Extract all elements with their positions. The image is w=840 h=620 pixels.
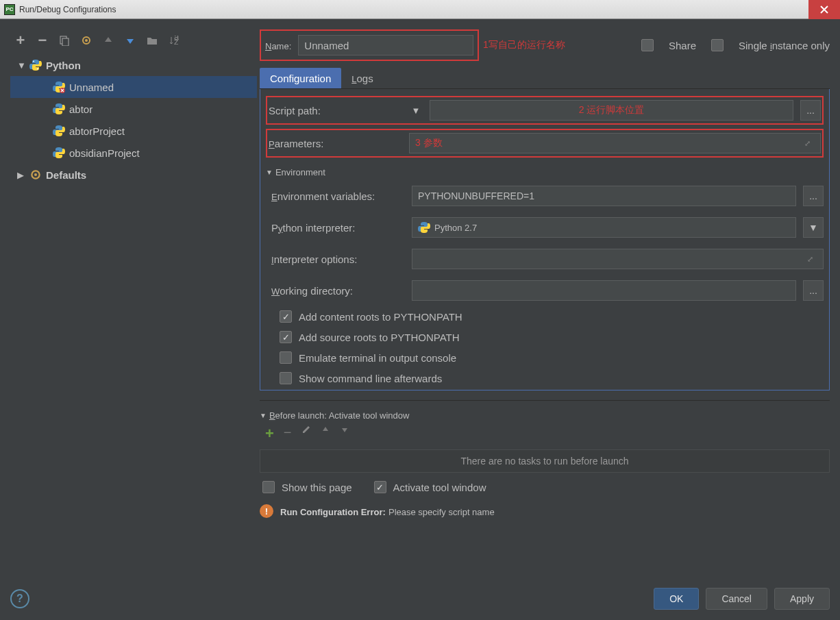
browse-button[interactable]: ... (800, 100, 821, 121)
add-icon[interactable]: + (14, 34, 27, 47)
source-roots-checkbox[interactable] (280, 331, 292, 343)
python-icon (418, 221, 430, 234)
svg-text:z: z (174, 36, 179, 45)
config-tree: ▼ Python Unnamed abtor abtorProject obsi… (10, 51, 257, 572)
expand-icon[interactable]: ⤢ (804, 139, 815, 148)
python-icon (53, 125, 65, 137)
emulate-terminal-label: Emulate terminal in output console (299, 352, 456, 364)
share-label: Share (669, 40, 696, 51)
settings-icon[interactable] (80, 34, 92, 47)
svg-point-10 (34, 173, 37, 176)
show-cmdline-label: Show command line afterwards (299, 373, 442, 384)
interpreter-select[interactable]: Python 2.7 (412, 217, 796, 238)
content-roots-checkbox[interactable] (280, 310, 292, 323)
svg-point-6 (33, 61, 34, 62)
activate-window-checkbox[interactable] (374, 481, 386, 493)
copy-icon[interactable] (58, 34, 71, 47)
edit-task-icon[interactable] (301, 425, 311, 443)
tree-label: obsidianProject (69, 147, 140, 159)
annotation-3: 3 参数 (415, 137, 443, 149)
tree-item-unnamed[interactable]: Unnamed (10, 76, 257, 98)
python-icon (29, 59, 42, 71)
interpreter-dropdown[interactable]: ▼ (803, 217, 824, 238)
tasks-empty-message: There are no tasks to run before launch (260, 449, 830, 473)
title-bar: PC Run/Debug Configurations (0, 0, 840, 19)
expand-icon[interactable]: ⤢ (807, 255, 817, 264)
remove-icon[interactable]: − (36, 34, 49, 47)
apply-button[interactable]: Apply (774, 588, 830, 610)
tree-item-obsidianproject[interactable]: obsidianProject (10, 142, 257, 164)
move-down-icon[interactable] (124, 34, 136, 47)
svg-point-3 (85, 39, 88, 42)
before-launch-label: Before launch: Activate tool window (269, 410, 410, 421)
share-checkbox[interactable] (641, 39, 654, 51)
environment-header[interactable]: ▼Environment (266, 167, 824, 177)
error-text: Run Configuration Error: Please specify … (280, 506, 495, 517)
svg-point-7 (37, 69, 38, 70)
tree-item-abtorproject[interactable]: abtorProject (10, 120, 257, 142)
sort-icon[interactable]: az (168, 34, 180, 47)
interpreter-label: Python interpreter: (271, 222, 405, 234)
interpreter-options-input[interactable]: ⤢ (412, 249, 824, 269)
content-roots-label: Add content roots to PYTHONPATH (299, 311, 462, 323)
script-path-input[interactable]: 2 运行脚本位置 (430, 100, 793, 121)
move-up-icon[interactable] (102, 34, 114, 47)
working-dir-input[interactable] (412, 280, 796, 301)
tree-label: Unnamed (69, 82, 114, 93)
tab-logs[interactable]: Logs (341, 68, 383, 88)
python-icon (53, 103, 65, 115)
cancel-button[interactable]: Cancel (706, 588, 767, 610)
working-dir-browse[interactable]: ... (803, 280, 824, 301)
pycharm-icon: PC (4, 4, 15, 15)
dropdown-icon[interactable]: ▼ (409, 106, 423, 116)
right-panel: Name: 1写自己的运行名称 Share Single instance on… (257, 29, 830, 572)
interpreter-value: Python 2.7 (434, 223, 477, 233)
dialog-footer: ? OK Cancel Apply (10, 588, 830, 610)
close-button[interactable] (808, 0, 840, 19)
env-vars-label: Environment variables: (271, 190, 405, 202)
before-launch-header[interactable]: ▼Before launch: Activate tool window (260, 410, 830, 421)
tree-node-python[interactable]: ▼ Python (10, 54, 257, 76)
emulate-terminal-checkbox[interactable] (280, 351, 292, 364)
tree-label: Python (46, 60, 81, 71)
single-instance-checkbox[interactable] (711, 39, 724, 51)
left-panel: + − az ▼ Python Unnamed abtor abtorProje… (10, 29, 257, 572)
activate-window-label: Activate tool window (393, 482, 486, 493)
show-page-checkbox[interactable] (262, 481, 275, 493)
name-input[interactable] (298, 35, 473, 55)
ok-button[interactable]: OK (654, 588, 699, 610)
python-icon (53, 147, 65, 159)
working-dir-label: Working directory: (271, 285, 405, 297)
gear-icon (29, 169, 42, 181)
annotation-2: 2 运行脚本位置 (579, 104, 645, 116)
task-down-icon[interactable] (340, 425, 349, 443)
tree-item-abtor[interactable]: abtor (10, 98, 257, 120)
tree-label: abtor (69, 103, 92, 115)
folder-icon[interactable] (146, 34, 158, 47)
single-instance-label: Single instance only (739, 40, 830, 51)
help-button[interactable]: ? (10, 589, 29, 608)
tree-node-defaults[interactable]: ▶ Defaults (10, 164, 257, 186)
svg-rect-1 (62, 38, 69, 46)
parameters-label: Parameters: (269, 138, 402, 149)
source-roots-label: Add source roots to PYTHONPATH (299, 332, 460, 343)
tabs: Configuration Logs (260, 68, 830, 89)
tab-configuration[interactable]: Configuration (260, 68, 341, 88)
task-up-icon[interactable] (321, 425, 330, 443)
python-icon (53, 81, 65, 93)
section-label: Environment (275, 167, 325, 177)
parameters-input[interactable]: 3 参数⤢ (409, 133, 821, 153)
tree-label: Defaults (46, 169, 86, 181)
expand-icon: ▼ (17, 60, 25, 71)
add-task-icon[interactable]: + (265, 425, 274, 443)
tree-label: abtorProject (69, 125, 125, 137)
env-vars-input[interactable]: PYTHONUNBUFFERED=1 (412, 186, 796, 206)
interpreter-options-label: Interpreter options: (271, 253, 405, 265)
remove-task-icon[interactable]: − (284, 425, 292, 443)
config-panel: Script path: ▼ 2 运行脚本位置 ... Parameters: … (260, 89, 830, 390)
script-path-group: Script path: ▼ 2 运行脚本位置 ... (266, 96, 824, 125)
error-icon: ! (260, 504, 273, 518)
show-cmdline-checkbox[interactable] (280, 372, 292, 384)
env-browse-button[interactable]: ... (803, 186, 824, 206)
tree-toolbar: + − az (10, 29, 257, 51)
